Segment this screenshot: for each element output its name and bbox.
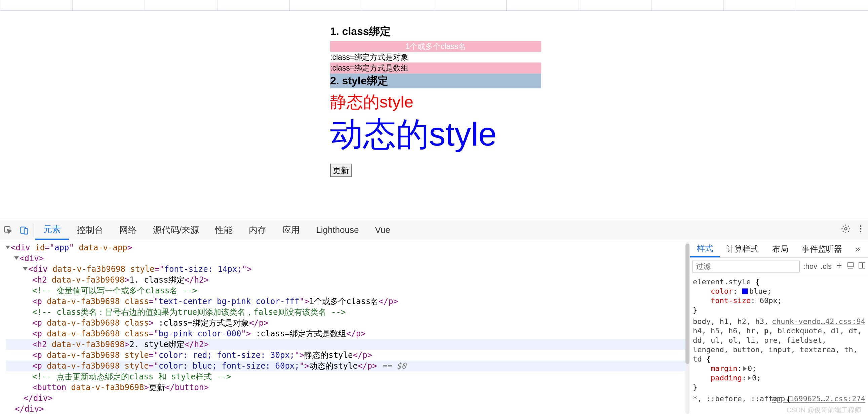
devtools-toolbar: 元素控制台网络源代码/来源性能内存应用LighthouseVue	[0, 220, 868, 240]
styles-body[interactable]: element.style { color: blue; font-size: …	[690, 275, 868, 416]
devtools-tab-控制台[interactable]: 控制台	[69, 220, 111, 240]
dom-line[interactable]: <button data-v-fa3b9698>更新</button>	[6, 382, 686, 393]
styles-tab-布局[interactable]: 布局	[766, 240, 795, 257]
styles-tab-计算样式[interactable]: 计算样式	[720, 240, 766, 257]
devtools-tab-内存[interactable]: 内存	[241, 220, 274, 240]
dom-line[interactable]: <p data-v-fa3b9698 style="color: blue; f…	[6, 360, 686, 371]
heading-class-binding: 1. class绑定	[330, 24, 541, 39]
styles-tab-样式[interactable]: 样式	[690, 240, 720, 257]
heading-style-binding: 2. style绑定	[330, 73, 541, 88]
ruler-segment	[145, 0, 217, 10]
dom-line[interactable]: <p data-v-fa3b9698 class="text-center bg…	[6, 296, 686, 307]
ruler-segment	[434, 0, 506, 10]
devtools-tab-Vue[interactable]: Vue	[367, 220, 398, 240]
device-toggle-icon[interactable]	[16, 225, 32, 235]
ruler-segment	[362, 0, 434, 10]
dom-line[interactable]: </div>	[6, 393, 686, 404]
styles-filter-input[interactable]	[692, 260, 800, 273]
hov-toggle[interactable]: :hov	[803, 262, 817, 271]
toolbar-separator	[34, 223, 34, 237]
devtools-body: <div id="app" data-v-app><div><div data-…	[0, 240, 868, 416]
rendered-page: 1. class绑定 1个或多个class名 :class=绑定方式是对象 :c…	[330, 24, 541, 177]
paragraph-dynamic-style: 动态的style	[330, 115, 541, 154]
ruler-segment	[506, 0, 579, 10]
dom-line[interactable]: <h2 data-v-fa3b9698>1. class绑定</h2>	[6, 275, 686, 285]
scrollbar[interactable]	[685, 242, 689, 414]
ruler-segment	[217, 0, 289, 10]
paragraph-class-array: :class=绑定方式是数组	[330, 63, 541, 73]
dom-line[interactable]: <p data-v-fa3b9698 class="bg-pink color-…	[6, 328, 686, 339]
ruler-segment	[0, 0, 72, 10]
sidebar-toggle-icon[interactable]	[858, 261, 866, 271]
elements-panel[interactable]: <div id="app" data-v-app><div><div data-…	[0, 240, 690, 416]
devtools-tab-Lighthouse[interactable]: Lighthouse	[308, 220, 367, 240]
ruler-segment	[651, 0, 723, 10]
page-viewport: 1. class绑定 1个或多个class名 :class=绑定方式是对象 :c…	[0, 11, 868, 220]
ruler-segment	[579, 0, 651, 10]
ruler-segment	[723, 0, 796, 10]
paragraph-class-object: :class=绑定方式是对象	[330, 52, 541, 63]
styles-toolbar: :hov .cls	[690, 258, 868, 275]
svg-rect-7	[848, 263, 853, 267]
add-rule-icon[interactable]	[835, 261, 843, 271]
styles-tab-more[interactable]: »	[849, 240, 867, 257]
devtools-toolbar-right	[841, 220, 865, 240]
paragraph-static-style: 静态的style	[330, 90, 541, 114]
inspect-icon[interactable]	[0, 225, 16, 235]
cls-toggle[interactable]: .cls	[820, 262, 832, 271]
dom-line[interactable]: <!-- class类名：冒号右边的值如果为true则添加该类名，false则没…	[6, 307, 686, 318]
dom-line[interactable]: <div>	[6, 253, 686, 264]
dom-line[interactable]: <p data-v-fa3b9698 style="color: red; fo…	[6, 350, 686, 360]
styles-tab-事件监听器[interactable]: 事件监听器	[795, 240, 849, 257]
dom-line[interactable]: <!-- 点击更新动态绑定的class 和 style样式 -->	[6, 371, 686, 382]
svg-point-3	[845, 228, 847, 230]
update-button[interactable]: 更新	[330, 164, 352, 177]
devtools: 元素控制台网络源代码/来源性能内存应用LighthouseVue <div id…	[0, 220, 868, 416]
scrollbar-thumb[interactable]	[685, 244, 689, 364]
styles-tabs: 样式计算样式布局事件监听器»	[690, 240, 868, 258]
gear-icon[interactable]	[841, 224, 850, 236]
dom-line[interactable]: <h2 data-v-fa3b9698>2. style绑定</h2>	[6, 339, 686, 350]
ruler	[0, 0, 868, 11]
dom-line[interactable]: <div data-v-fa3b9698 style="font-size: 1…	[6, 264, 686, 275]
svg-point-5	[860, 228, 862, 230]
devtools-tab-元素[interactable]: 元素	[35, 220, 69, 240]
styles-panel: 样式计算样式布局事件监听器» :hov .cls element.style {…	[690, 240, 868, 416]
dom-line[interactable]: <p data-v-fa3b9698 class> :class=绑定方式是对象…	[6, 318, 686, 328]
kebab-icon[interactable]	[856, 224, 865, 236]
dom-line[interactable]: <div id="app" data-v-app>	[6, 242, 686, 253]
devtools-tab-性能[interactable]: 性能	[207, 220, 241, 240]
svg-rect-2	[24, 228, 28, 234]
dom-line[interactable]: </div>	[6, 404, 686, 414]
ruler-segment	[289, 0, 362, 10]
svg-rect-8	[859, 263, 865, 268]
devtools-tab-应用[interactable]: 应用	[274, 220, 308, 240]
ruler-segment	[72, 0, 145, 10]
computed-toggle-icon[interactable]	[846, 261, 855, 271]
devtools-tab-网络[interactable]: 网络	[111, 220, 145, 240]
devtools-tabs: 元素控制台网络源代码/来源性能内存应用LighthouseVue	[35, 220, 398, 240]
devtools-tab-源代码/来源[interactable]: 源代码/来源	[145, 220, 207, 240]
svg-point-4	[860, 225, 862, 227]
dom-line[interactable]: <!-- 变量值可以写一个或多个class名 -->	[6, 285, 686, 296]
ruler-segment	[796, 0, 868, 10]
paragraph-class-names: 1个或多个class名	[330, 41, 541, 52]
svg-point-6	[860, 231, 862, 232]
